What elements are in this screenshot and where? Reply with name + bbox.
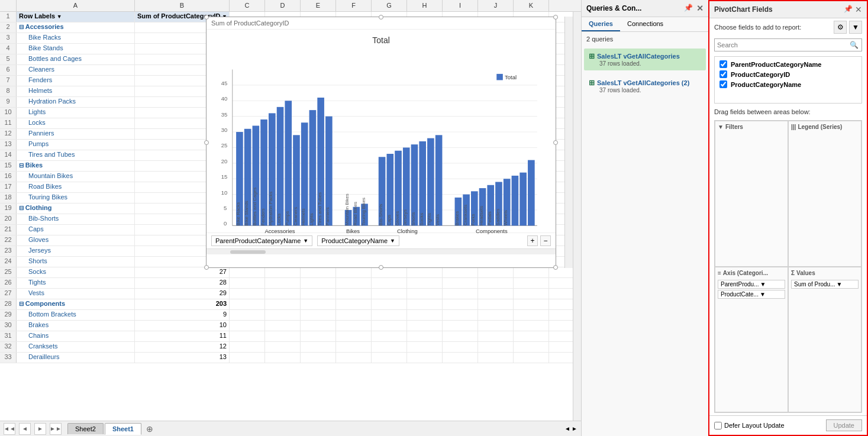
cell-a[interactable]: ⊟ Components bbox=[17, 299, 135, 309]
cell-H[interactable] bbox=[407, 310, 443, 320]
cell-G[interactable] bbox=[372, 278, 407, 288]
cell-a[interactable]: Bike Stands bbox=[17, 44, 135, 54]
cell-a[interactable]: Gloves bbox=[17, 235, 135, 246]
cell-b[interactable]: 27 bbox=[135, 267, 230, 277]
cell-a[interactable]: Tires and Tubes bbox=[17, 150, 135, 160]
nav-next[interactable]: ► bbox=[34, 423, 46, 435]
cell-K[interactable] bbox=[514, 267, 549, 277]
cell-I[interactable] bbox=[443, 299, 478, 309]
cell-a[interactable]: Bike Racks bbox=[17, 33, 135, 43]
cell-E[interactable] bbox=[301, 321, 336, 331]
cell-a[interactable]: Bottom Brackets bbox=[17, 310, 135, 320]
search-input[interactable] bbox=[715, 40, 847, 50]
cell-J[interactable] bbox=[478, 310, 514, 320]
cell-a[interactable]: Pumps bbox=[17, 140, 135, 150]
resize-handle-tm[interactable] bbox=[379, 15, 383, 20]
cell-C[interactable] bbox=[230, 321, 265, 331]
cell-K[interactable] bbox=[514, 321, 549, 331]
cell-H[interactable] bbox=[407, 321, 443, 331]
cell-D[interactable] bbox=[265, 278, 301, 288]
cell-I[interactable] bbox=[443, 278, 478, 288]
axis-dropdown-2[interactable]: ProductCate... ▼ bbox=[718, 290, 785, 299]
tab-connections[interactable]: Connections bbox=[620, 17, 670, 31]
cell-E[interactable] bbox=[301, 331, 336, 341]
cell-I[interactable] bbox=[443, 331, 478, 341]
nav-last[interactable]: ►► bbox=[50, 423, 62, 435]
cell-H[interactable] bbox=[407, 299, 443, 309]
add-sheet-btn[interactable]: ⊕ bbox=[143, 423, 157, 435]
pivot-search[interactable]: 🔍 bbox=[714, 38, 862, 51]
cell-a[interactable]: Bib-Shorts bbox=[17, 214, 135, 224]
cell-K[interactable] bbox=[514, 278, 549, 288]
cell-H[interactable] bbox=[407, 342, 443, 352]
cell-D[interactable] bbox=[265, 331, 301, 341]
cell-F[interactable] bbox=[336, 278, 372, 288]
pivot-field-3-checkbox[interactable] bbox=[719, 80, 727, 88]
cell-G[interactable] bbox=[372, 342, 407, 352]
values-dropdown[interactable]: Sum of Produ... ▼ bbox=[791, 280, 859, 289]
axis-dropdown-1[interactable]: ParentProdu... ▼ bbox=[718, 280, 785, 289]
h-scroll-track[interactable] bbox=[317, 426, 563, 432]
query-item-2[interactable]: ⊞ SalesLT vGetAllCategories (2) 37 rows … bbox=[584, 75, 706, 97]
nav-prev[interactable]: ◄ bbox=[19, 423, 31, 435]
cell-a[interactable]: Hydration Packs bbox=[17, 97, 135, 107]
cell-C[interactable] bbox=[230, 299, 265, 309]
cell-D[interactable] bbox=[265, 353, 301, 363]
cell-b[interactable]: 13 bbox=[135, 353, 230, 363]
resize-handle-bl[interactable] bbox=[204, 265, 209, 270]
cell-G[interactable] bbox=[372, 267, 407, 277]
cell-J[interactable] bbox=[478, 278, 514, 288]
cell-a[interactable]: Lights bbox=[17, 108, 135, 118]
cell-a[interactable]: Fenders bbox=[17, 76, 135, 86]
cell-E[interactable] bbox=[301, 289, 336, 299]
cell-K[interactable] bbox=[514, 289, 549, 299]
defer-layout-label[interactable]: Defer Layout Update bbox=[714, 422, 785, 429]
chart-scroll-thumb[interactable] bbox=[230, 250, 266, 254]
cell-a[interactable]: Bottles and Cages bbox=[17, 54, 135, 64]
cell-G[interactable] bbox=[372, 321, 407, 331]
cell-E[interactable] bbox=[301, 299, 336, 309]
cell-H[interactable] bbox=[407, 289, 443, 299]
cell-F[interactable] bbox=[336, 310, 372, 320]
chart-h-scroll[interactable] bbox=[206, 248, 556, 254]
cell-J[interactable] bbox=[478, 342, 514, 352]
cell-b[interactable]: 28 bbox=[135, 278, 230, 288]
cell-I[interactable] bbox=[443, 342, 478, 352]
cell-K[interactable] bbox=[514, 310, 549, 320]
cell-D[interactable] bbox=[265, 267, 301, 277]
cell-D[interactable] bbox=[265, 321, 301, 331]
cell-C[interactable] bbox=[230, 267, 265, 277]
cell-a[interactable]: Helmets bbox=[17, 86, 135, 96]
cell-I[interactable] bbox=[443, 310, 478, 320]
cell-a[interactable]: Vests bbox=[17, 289, 135, 299]
cell-C[interactable] bbox=[230, 342, 265, 352]
cell-F[interactable] bbox=[336, 331, 372, 341]
chart-area[interactable]: Sum of ProductCategoryID Total 0 5 10 15… bbox=[206, 17, 556, 268]
cell-C[interactable] bbox=[230, 310, 265, 320]
cell-a[interactable]: ⊟ Clothing bbox=[17, 204, 135, 214]
cell-K[interactable] bbox=[514, 299, 549, 309]
scroll-right[interactable]: ► bbox=[572, 425, 577, 432]
cell-C[interactable] bbox=[230, 278, 265, 288]
cell-F[interactable] bbox=[336, 267, 372, 277]
settings-icon[interactable]: ⚙ bbox=[834, 21, 847, 34]
defer-checkbox[interactable] bbox=[714, 422, 722, 429]
cell-I[interactable] bbox=[443, 321, 478, 331]
resize-handle-bm[interactable] bbox=[379, 265, 383, 270]
cell-E[interactable] bbox=[301, 267, 336, 277]
cell-H[interactable] bbox=[407, 278, 443, 288]
cell-J[interactable] bbox=[478, 331, 514, 341]
pin-icon[interactable]: 📌 bbox=[684, 4, 693, 13]
cell-a[interactable]: Shorts bbox=[17, 257, 135, 267]
sheet-tab-1[interactable]: Sheet1 bbox=[105, 423, 141, 435]
cell-C[interactable] bbox=[230, 331, 265, 341]
cell-F[interactable] bbox=[336, 321, 372, 331]
pivot-pin-icon[interactable]: 📌 bbox=[844, 5, 853, 14]
cell-a[interactable]: Locks bbox=[17, 118, 135, 128]
cell-a[interactable]: Chains bbox=[17, 331, 135, 341]
cell-G[interactable] bbox=[372, 310, 407, 320]
cell-a[interactable]: Brakes bbox=[17, 321, 135, 331]
update-button[interactable]: Update bbox=[826, 419, 862, 431]
cell-C[interactable] bbox=[230, 289, 265, 299]
cell-a[interactable]: Socks bbox=[17, 267, 135, 277]
